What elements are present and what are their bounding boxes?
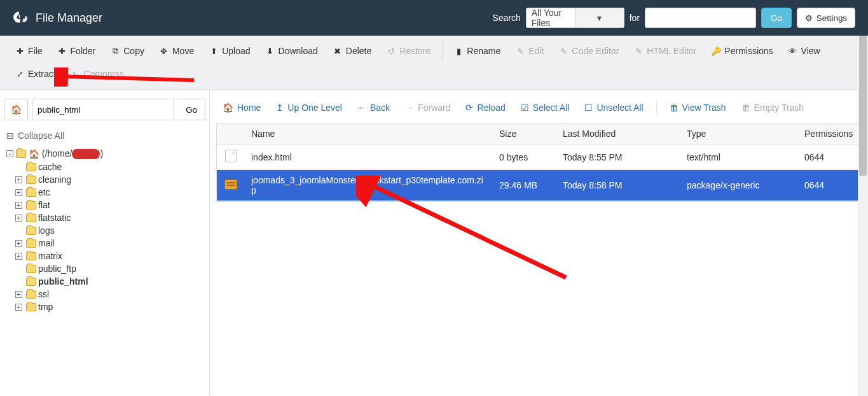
tree-item-mail[interactable]: +mail [15, 237, 205, 250]
back-arrow-icon: ← [357, 103, 366, 113]
home-icon: 🏠 [223, 103, 233, 113]
col-name[interactable]: Name [245, 124, 493, 144]
table-header: Name Size Last Modified Type Permissions [217, 124, 861, 145]
folder-icon [26, 176, 36, 184]
content: 🏠Home ↥Up One Level ←Back →Forward ⟳Relo… [210, 90, 868, 395]
collapse-icon: ⊟ [6, 131, 14, 141]
unselect-all-button[interactable]: ☐Unselect All [578, 100, 649, 115]
reload-button[interactable]: ⟳Reload [459, 100, 511, 115]
tree-item-matrix[interactable]: +matrix [15, 250, 205, 262]
file-permissions: 0644 [798, 175, 861, 195]
app-title: File Manager [36, 11, 102, 25]
file-size: 29.46 MB [493, 175, 556, 195]
home-link[interactable]: 🏠Home [216, 100, 267, 115]
restore-icon: ↺ [387, 46, 396, 55]
rename-icon: ▮ [454, 46, 463, 55]
table-row[interactable]: index.html0 bytesToday 8:55 PMtext/html0… [217, 145, 861, 170]
folder-label: ssl [38, 289, 49, 299]
expand-toggle[interactable]: + [15, 253, 22, 260]
html-editor-button[interactable]: ✎HTML Editor [626, 41, 704, 61]
expand-toggle[interactable]: + [15, 189, 22, 196]
code-editor-button[interactable]: ✎Code Editor [551, 41, 626, 61]
search-input[interactable] [645, 8, 756, 28]
home-button[interactable]: 🏠 [4, 99, 28, 120]
settings-button[interactable]: ⚙ Settings [797, 8, 855, 28]
folder-icon [26, 214, 36, 222]
folder-icon [26, 265, 36, 273]
move-button[interactable]: ✥Move [152, 41, 202, 61]
table-row[interactable]: joomads_3_joomlaMonster_quickstart_p30te… [217, 170, 861, 201]
tree-item-tmp[interactable]: +tmp [15, 301, 205, 313]
tree-item-public_html[interactable]: public_html [15, 275, 205, 288]
move-icon: ✥ [160, 46, 169, 55]
main: 🏠 Go ⊟ Collapse All - 🏠 (/home/) cache+c… [0, 90, 868, 395]
folder-icon [26, 188, 36, 197]
tree-item-ssl[interactable]: +ssl [15, 288, 205, 301]
folder-icon [16, 150, 26, 158]
tree-item-flatstatic[interactable]: +flatstatic [15, 211, 205, 224]
forward-button[interactable]: →Forward [399, 100, 457, 115]
home-icon: 🏠 [29, 149, 39, 159]
file-type: package/x-generic [680, 175, 798, 195]
restore-button[interactable]: ↺Restore [379, 41, 438, 61]
compress-button[interactable]: ⤡Compress [64, 64, 132, 84]
expand-toggle[interactable]: + [15, 202, 22, 209]
col-last-modified[interactable]: Last Modified [556, 124, 680, 144]
expand-toggle[interactable]: + [15, 240, 22, 247]
folder-label: cache [38, 162, 62, 172]
copy-button[interactable]: ⧉Copy [103, 41, 152, 61]
copy-icon: ⧉ [111, 46, 120, 55]
tree-item-cleaning[interactable]: +cleaning [15, 173, 205, 186]
folder-label: mail [38, 238, 55, 248]
upload-button[interactable]: ⬆Upload [202, 41, 258, 61]
tree-item-public_ftp[interactable]: public_ftp [15, 262, 205, 275]
up-one-level-button[interactable]: ↥Up One Level [270, 100, 348, 115]
collapse-all-button[interactable]: ⊟ Collapse All [4, 127, 205, 147]
scrollbar[interactable] [858, 36, 868, 396]
folder-tree: - 🏠 (/home/) cache+cleaning+etc+flat+fla… [4, 147, 205, 313]
col-permissions[interactable]: Permissions [798, 124, 861, 144]
delete-button[interactable]: ✖Delete [326, 41, 379, 61]
expand-toggle[interactable]: + [15, 215, 22, 222]
col-size[interactable]: Size [493, 124, 556, 144]
edit-button[interactable]: ✎Edit [508, 41, 551, 61]
permissions-button[interactable]: 🔑Permissions [704, 41, 780, 61]
back-button[interactable]: ←Back [351, 100, 396, 115]
expand-toggle[interactable]: + [15, 176, 22, 183]
folder-icon [26, 163, 36, 171]
scrollbar-thumb[interactable] [859, 36, 867, 176]
expand-toggle[interactable]: - [6, 150, 13, 157]
col-type[interactable]: Type [680, 124, 798, 144]
expand-toggle[interactable]: + [15, 291, 22, 298]
file-button[interactable]: ✚File [8, 41, 50, 61]
empty-trash-button[interactable]: 🗑Empty Trash [735, 100, 811, 115]
view-button[interactable]: 👁View [781, 41, 828, 61]
download-button[interactable]: ⬇Download [258, 41, 326, 61]
folder-button[interactable]: ✚Folder [50, 41, 104, 61]
gear-icon: ⚙ [805, 13, 813, 23]
tree-item-cache[interactable]: cache [15, 160, 205, 173]
tree-item-etc[interactable]: +etc [15, 186, 205, 199]
search-scope-select[interactable]: All Your Files ▾ [526, 8, 624, 28]
tree-root[interactable]: - 🏠 (/home/) [6, 147, 205, 160]
chevron-down-icon[interactable]: ▾ [575, 8, 624, 27]
header: File Manager Search All Your Files ▾ for… [0, 0, 868, 36]
up-arrow-icon: ↥ [276, 103, 284, 113]
folder-icon [26, 303, 36, 311]
html-icon: ✎ [634, 46, 643, 55]
extract-button[interactable]: ⤢Extract [8, 64, 64, 84]
zip-file-icon [224, 180, 237, 190]
search-go-button[interactable]: Go [761, 8, 792, 28]
folder-icon [26, 227, 36, 235]
expand-toggle[interactable]: + [15, 304, 22, 311]
file-modified: Today 8:55 PM [556, 147, 680, 167]
select-all-button[interactable]: ☑Select All [514, 100, 576, 115]
rename-button[interactable]: ▮Rename [446, 41, 508, 61]
view-trash-button[interactable]: 🗑View Trash [663, 100, 733, 115]
path-go-button[interactable]: Go [178, 99, 205, 120]
tree-item-flat[interactable]: +flat [15, 199, 205, 211]
path-input[interactable] [32, 99, 174, 120]
trash-icon: 🗑 [670, 103, 679, 113]
tree-item-logs[interactable]: logs [15, 224, 205, 237]
for-label: for [630, 13, 640, 23]
